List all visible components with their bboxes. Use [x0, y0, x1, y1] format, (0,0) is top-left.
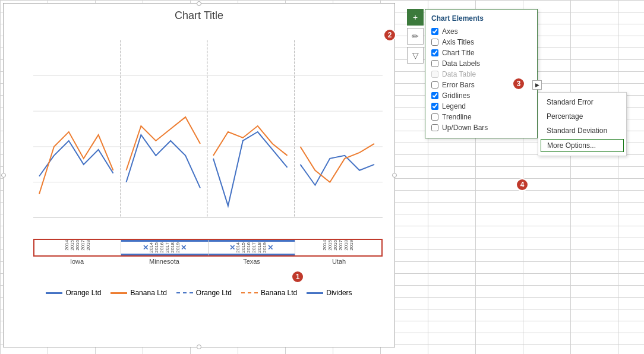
chart-svg: 0 20 40 60 80 [33, 31, 383, 239]
badge-1: 1 [291, 270, 304, 283]
error-bars-submenu: Standard Error Percentage Standard Devia… [538, 92, 627, 156]
panel-item-data-labels[interactable]: Data Labels [431, 58, 531, 69]
chart-sidebar: + ✏ ▽ [407, 9, 424, 64]
handle-bottom[interactable] [197, 344, 201, 349]
legend-color-3 [176, 292, 193, 293]
submenu-standard-error[interactable]: Standard Error [538, 95, 626, 109]
chart-legend: Orange Ltd Banana Ltd Orange Ltd Banana … [4, 286, 394, 299]
legend-label-4: Banana Ltd [261, 289, 297, 297]
legend-label-1: Orange Ltd [65, 289, 101, 297]
checkbox-axis-titles[interactable] [431, 39, 438, 46]
badge-4-label: 4 [520, 181, 525, 189]
legend-item-dividers: Dividers [307, 289, 352, 297]
legend-item-banana-ltd-2: Banana Ltd [241, 289, 297, 297]
checkbox-axes[interactable] [431, 28, 438, 35]
submenu-more-options[interactable]: More Options... [541, 139, 624, 152]
region-utah: Utah [295, 258, 383, 265]
legend-label-5: Dividers [326, 289, 352, 297]
checkbox-trendline[interactable] [431, 113, 438, 121]
panel-item-legend[interactable]: Legend [431, 101, 531, 112]
legend-color-1 [46, 292, 62, 294]
checkbox-legend[interactable] [431, 103, 438, 110]
filter-icon: ▽ [412, 50, 419, 60]
badge-2-label: 2 [388, 31, 392, 39]
legend-item-banana-ltd-1: Banana Ltd [111, 289, 166, 297]
region-minnesota: Minnesota [121, 258, 208, 265]
checkbox-gridlines[interactable] [431, 92, 438, 99]
badge-4: 4 [516, 178, 529, 191]
submenu-percentage[interactable]: Percentage [538, 109, 626, 124]
badge-1-label: 1 [296, 273, 300, 281]
region-iowa: Iowa [33, 258, 121, 265]
label-axis-titles: Axis Titles [442, 38, 474, 46]
label-data-table: Data Table [442, 70, 476, 78]
chart-elements-button[interactable]: + [407, 9, 424, 26]
panel-item-gridlines[interactable]: Gridlines [431, 90, 531, 101]
chart-styles-button[interactable]: ✏ [407, 28, 424, 45]
legend-color-2 [111, 292, 127, 294]
panel-title: Chart Elements [431, 14, 531, 23]
chart-title: Chart Title [4, 4, 394, 25]
label-updown-bars: Up/Down Bars [442, 124, 488, 132]
checkbox-error-bars[interactable] [431, 81, 438, 88]
legend-label-2: Banana Ltd [130, 289, 166, 297]
region-texas: Texas [208, 258, 295, 265]
panel-item-chart-title[interactable]: Chart Title [431, 48, 531, 58]
panel-item-updown-bars[interactable]: Up/Down Bars [431, 122, 531, 133]
legend-label-3: Orange Ltd [196, 289, 232, 297]
label-data-labels: Data Labels [442, 59, 480, 68]
chart-plot: 0 20 40 60 80 [4, 25, 394, 239]
legend-color-4 [241, 292, 258, 293]
checkbox-chart-title[interactable] [431, 49, 438, 56]
badge-3-label: 3 [517, 80, 521, 88]
label-chart-title: Chart Title [442, 49, 475, 57]
brush-icon: ✏ [412, 31, 419, 41]
chart-xaxis: 2014 2015 2016 2017 2018 ✕ 2014 2015 201… [4, 239, 394, 286]
chart-elements-panel: Chart Elements Axes Axis Titles Chart Ti… [425, 9, 538, 138]
chart-container: Chart Title 0 20 40 60 80 [3, 3, 395, 347]
submenu-standard-deviation[interactable]: Standard Deviation [538, 124, 626, 138]
badge-2: 2 [383, 29, 396, 42]
legend-item-orange-ltd-1: Orange Ltd [46, 289, 101, 297]
checkbox-data-table [431, 71, 438, 78]
label-trendline: Trendline [442, 113, 472, 121]
chart-filters-button[interactable]: ▽ [407, 47, 424, 64]
plus-icon: + [413, 12, 418, 22]
panel-item-axis-titles[interactable]: Axis Titles [431, 37, 531, 48]
legend-item-orange-ltd-2: Orange Ltd [176, 289, 232, 297]
label-legend: Legend [442, 102, 466, 110]
handle-top[interactable] [197, 1, 201, 6]
checkbox-updown-bars[interactable] [431, 124, 438, 131]
label-gridlines: Gridlines [442, 91, 470, 100]
panel-item-axes[interactable]: Axes [431, 26, 531, 37]
panel-item-trendline[interactable]: Trendline [431, 112, 531, 122]
error-bars-expand-button[interactable]: ▶ [532, 80, 542, 90]
badge-3: 3 [512, 77, 525, 90]
label-axes: Axes [442, 27, 458, 36]
label-error-bars: Error Bars [442, 81, 475, 89]
legend-color-5 [307, 292, 323, 294]
checkbox-data-labels[interactable] [431, 60, 438, 67]
